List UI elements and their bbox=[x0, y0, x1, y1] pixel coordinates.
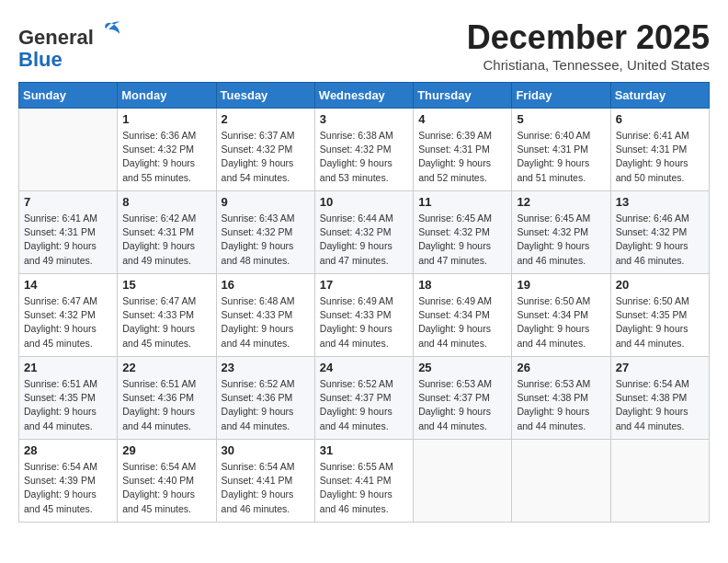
day-info: Sunrise: 6:54 AMSunset: 4:38 PMDaylight:… bbox=[616, 377, 704, 433]
day-number: 29 bbox=[122, 443, 210, 457]
day-cell: 4Sunrise: 6:39 AMSunset: 4:31 PMDaylight… bbox=[414, 109, 512, 191]
day-cell: 6Sunrise: 6:41 AMSunset: 4:31 PMDaylight… bbox=[610, 109, 709, 191]
day-info: Sunrise: 6:43 AMSunset: 4:32 PMDaylight:… bbox=[222, 212, 310, 268]
day-info: Sunrise: 6:50 AMSunset: 4:34 PMDaylight:… bbox=[517, 294, 605, 350]
page-header: General Blue December 2025 Christiana, T… bbox=[18, 18, 710, 73]
day-info: Sunrise: 6:49 AMSunset: 4:34 PMDaylight:… bbox=[418, 294, 506, 350]
day-number: 7 bbox=[24, 195, 112, 209]
day-info: Sunrise: 6:53 AMSunset: 4:38 PMDaylight:… bbox=[517, 377, 605, 433]
week-row-1: 1Sunrise: 6:36 AMSunset: 4:32 PMDaylight… bbox=[19, 109, 710, 191]
week-row-4: 21Sunrise: 6:51 AMSunset: 4:35 PMDayligh… bbox=[19, 357, 710, 440]
day-number: 22 bbox=[122, 361, 210, 374]
day-cell: 21Sunrise: 6:51 AMSunset: 4:35 PMDayligh… bbox=[19, 357, 118, 440]
day-cell: 23Sunrise: 6:52 AMSunset: 4:36 PMDayligh… bbox=[216, 357, 314, 440]
day-cell: 31Sunrise: 6:55 AMSunset: 4:41 PMDayligh… bbox=[314, 440, 413, 523]
day-info: Sunrise: 6:55 AMSunset: 4:41 PMDaylight:… bbox=[320, 460, 408, 516]
day-cell: 26Sunrise: 6:53 AMSunset: 4:38 PMDayligh… bbox=[512, 357, 610, 440]
day-cell bbox=[610, 440, 709, 523]
day-number: 4 bbox=[418, 112, 506, 126]
calendar-table: SundayMondayTuesdayWednesdayThursdayFrid… bbox=[18, 82, 710, 523]
day-cell: 24Sunrise: 6:52 AMSunset: 4:37 PMDayligh… bbox=[314, 357, 413, 440]
day-info: Sunrise: 6:41 AMSunset: 4:31 PMDaylight:… bbox=[24, 212, 112, 268]
week-row-5: 28Sunrise: 6:54 AMSunset: 4:39 PMDayligh… bbox=[19, 440, 710, 523]
day-info: Sunrise: 6:48 AMSunset: 4:33 PMDaylight:… bbox=[222, 294, 310, 350]
day-number: 8 bbox=[122, 195, 210, 209]
day-info: Sunrise: 6:53 AMSunset: 4:37 PMDaylight:… bbox=[418, 377, 506, 433]
day-info: Sunrise: 6:41 AMSunset: 4:31 PMDaylight:… bbox=[616, 129, 704, 185]
day-number: 9 bbox=[222, 195, 310, 209]
day-cell: 15Sunrise: 6:47 AMSunset: 4:33 PMDayligh… bbox=[118, 274, 216, 357]
day-cell: 16Sunrise: 6:48 AMSunset: 4:33 PMDayligh… bbox=[216, 274, 314, 357]
day-number: 3 bbox=[320, 112, 408, 126]
day-cell: 3Sunrise: 6:38 AMSunset: 4:32 PMDaylight… bbox=[314, 109, 413, 191]
day-info: Sunrise: 6:54 AMSunset: 4:40 PMDaylight:… bbox=[122, 460, 210, 516]
day-number: 31 bbox=[320, 443, 408, 457]
day-info: Sunrise: 6:52 AMSunset: 4:36 PMDaylight:… bbox=[222, 377, 310, 433]
col-header-sunday: Sunday bbox=[19, 83, 118, 109]
day-number: 21 bbox=[24, 361, 112, 374]
day-cell: 19Sunrise: 6:50 AMSunset: 4:34 PMDayligh… bbox=[512, 274, 610, 357]
day-info: Sunrise: 6:40 AMSunset: 4:31 PMDaylight:… bbox=[517, 129, 605, 185]
day-cell: 9Sunrise: 6:43 AMSunset: 4:32 PMDaylight… bbox=[216, 191, 314, 274]
col-header-thursday: Thursday bbox=[414, 83, 512, 109]
day-cell: 27Sunrise: 6:54 AMSunset: 4:38 PMDayligh… bbox=[610, 357, 709, 440]
day-info: Sunrise: 6:46 AMSunset: 4:32 PMDaylight:… bbox=[616, 212, 704, 268]
day-cell: 12Sunrise: 6:45 AMSunset: 4:32 PMDayligh… bbox=[512, 191, 610, 274]
day-number: 2 bbox=[222, 112, 310, 126]
day-info: Sunrise: 6:39 AMSunset: 4:31 PMDaylight:… bbox=[418, 129, 506, 185]
day-info: Sunrise: 6:47 AMSunset: 4:32 PMDaylight:… bbox=[24, 294, 112, 350]
day-number: 24 bbox=[320, 361, 408, 374]
day-info: Sunrise: 6:54 AMSunset: 4:41 PMDaylight:… bbox=[222, 460, 310, 516]
day-info: Sunrise: 6:36 AMSunset: 4:32 PMDaylight:… bbox=[122, 129, 210, 185]
col-header-saturday: Saturday bbox=[610, 83, 709, 109]
day-cell: 28Sunrise: 6:54 AMSunset: 4:39 PMDayligh… bbox=[19, 440, 118, 523]
day-number: 19 bbox=[517, 278, 605, 292]
day-info: Sunrise: 6:47 AMSunset: 4:33 PMDaylight:… bbox=[122, 294, 210, 350]
day-number: 10 bbox=[320, 195, 408, 209]
day-number: 1 bbox=[122, 112, 210, 126]
day-info: Sunrise: 6:45 AMSunset: 4:32 PMDaylight:… bbox=[418, 212, 506, 268]
day-number: 23 bbox=[222, 361, 310, 374]
day-cell: 20Sunrise: 6:50 AMSunset: 4:35 PMDayligh… bbox=[610, 274, 709, 357]
title-block: December 2025 Christiana, Tennessee, Uni… bbox=[467, 18, 710, 73]
day-cell: 7Sunrise: 6:41 AMSunset: 4:31 PMDaylight… bbox=[19, 191, 118, 274]
day-number: 26 bbox=[517, 361, 605, 374]
day-cell: 25Sunrise: 6:53 AMSunset: 4:37 PMDayligh… bbox=[414, 357, 512, 440]
day-cell: 11Sunrise: 6:45 AMSunset: 4:32 PMDayligh… bbox=[414, 191, 512, 274]
day-cell: 2Sunrise: 6:37 AMSunset: 4:32 PMDaylight… bbox=[216, 109, 314, 191]
col-header-tuesday: Tuesday bbox=[216, 83, 314, 109]
day-cell: 14Sunrise: 6:47 AMSunset: 4:32 PMDayligh… bbox=[19, 274, 118, 357]
day-info: Sunrise: 6:44 AMSunset: 4:32 PMDaylight:… bbox=[320, 212, 408, 268]
day-info: Sunrise: 6:49 AMSunset: 4:33 PMDaylight:… bbox=[320, 294, 408, 350]
day-number: 16 bbox=[222, 278, 310, 292]
day-info: Sunrise: 6:51 AMSunset: 4:35 PMDaylight:… bbox=[24, 377, 112, 433]
day-cell bbox=[19, 109, 118, 191]
day-info: Sunrise: 6:38 AMSunset: 4:32 PMDaylight:… bbox=[320, 129, 408, 185]
day-info: Sunrise: 6:54 AMSunset: 4:39 PMDaylight:… bbox=[24, 460, 112, 516]
day-cell: 30Sunrise: 6:54 AMSunset: 4:41 PMDayligh… bbox=[216, 440, 314, 523]
col-header-monday: Monday bbox=[118, 83, 216, 109]
day-info: Sunrise: 6:52 AMSunset: 4:37 PMDaylight:… bbox=[320, 377, 408, 433]
day-cell: 1Sunrise: 6:36 AMSunset: 4:32 PMDaylight… bbox=[118, 109, 216, 191]
day-number: 12 bbox=[517, 195, 605, 209]
day-number: 20 bbox=[616, 278, 704, 292]
day-number: 11 bbox=[418, 195, 506, 209]
day-number: 28 bbox=[24, 443, 112, 457]
location: Christiana, Tennessee, United States bbox=[467, 57, 710, 73]
day-cell: 5Sunrise: 6:40 AMSunset: 4:31 PMDaylight… bbox=[512, 109, 610, 191]
week-row-2: 7Sunrise: 6:41 AMSunset: 4:31 PMDaylight… bbox=[19, 191, 710, 274]
calendar-header-row: SundayMondayTuesdayWednesdayThursdayFrid… bbox=[19, 83, 710, 109]
day-number: 27 bbox=[616, 361, 704, 374]
day-cell: 18Sunrise: 6:49 AMSunset: 4:34 PMDayligh… bbox=[414, 274, 512, 357]
day-cell: 29Sunrise: 6:54 AMSunset: 4:40 PMDayligh… bbox=[118, 440, 216, 523]
logo-general: General bbox=[18, 26, 94, 49]
day-cell bbox=[512, 440, 610, 523]
day-number: 30 bbox=[222, 443, 310, 457]
day-cell: 8Sunrise: 6:42 AMSunset: 4:31 PMDaylight… bbox=[118, 191, 216, 274]
day-cell: 17Sunrise: 6:49 AMSunset: 4:33 PMDayligh… bbox=[314, 274, 413, 357]
month-title: December 2025 bbox=[467, 18, 710, 57]
logo-blue-text: Blue bbox=[18, 48, 63, 71]
logo: General Blue bbox=[18, 18, 121, 71]
day-info: Sunrise: 6:42 AMSunset: 4:31 PMDaylight:… bbox=[122, 212, 210, 268]
day-info: Sunrise: 6:51 AMSunset: 4:36 PMDaylight:… bbox=[122, 377, 210, 433]
